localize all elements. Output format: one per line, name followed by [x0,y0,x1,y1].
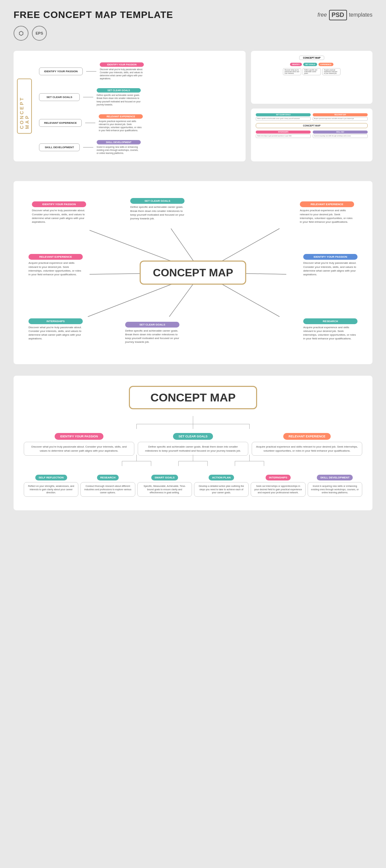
side-top-row2: Discover what you're passionate about an… [283,68,341,75]
s1-label-1: IDENTIFY YOUR PASSION [39,67,83,75]
sb-d1: Define specific and achievable career go… [256,117,311,121]
s1-right-3: RELEVANT EXPERIENCE Acquire practical ex… [99,114,143,132]
st-node3: EXPERIENCE [319,63,333,66]
badges-row: ⬡ EPS [0,26,386,47]
s3-l1-node3: RELEVANT EXPERIENCE Acquire practical ex… [252,433,362,455]
side-top-row1: IDENTIFY SET GOALS EXPERIENCE [290,63,333,66]
side-top-title: CONCEPT MAP [299,56,324,60]
s3-l2-node6: SKILL DEVELOPMENT Invest in acquiring ne… [308,475,362,497]
s2-center-label: CONCEPT MAP [140,261,246,285]
s3-l2-pill1: SELF REFLECTION [35,475,67,480]
s1-right-4: SKILL DEVELOPMENT Invest in acquiring ne… [97,140,141,155]
sb-d3: Seek internships to gain practical exper… [256,134,311,138]
connector-1 [86,71,96,72]
sb-col3: INTERNSHIPS Seek internships to gain pra… [256,131,311,138]
st-node1: IDENTIFY [290,63,302,66]
sb-n1: SET CLEAR GOALS [256,113,311,116]
brand-templates-text: templates [349,12,372,18]
s3-l2-pill5: INTERNSHIPS [266,475,291,480]
s1-diagram: IDENTIFY YOUR PASSION IDENTIFY YOUR PASS… [39,59,239,155]
s3-tree-container: IDENTIFY YOUR PASSION Discover what you'… [24,416,362,497]
s3-l1-pill2: SET CLEAR GOALS [173,433,213,440]
s1-desc-4: Invest in acquiring new skills or enhanc… [97,145,141,155]
s2-node-br: RESEARCH Acquire practical experience an… [303,318,358,341]
side-card-top: CONCEPT MAP IDENTIFY SET GOALS EXPERIENC… [251,51,372,104]
s1-label-4: SKILL DEVELOPMENT [39,143,80,151]
s3-line-spacer [24,456,362,475]
s1-label-3: RELEVANT EXPERIENCE [39,119,82,127]
s3-l2-desc3: Specific, Measurable, Achievable, Time-b… [137,482,192,497]
sb-n4: SKILL DEV [313,131,368,134]
s3-l2-node1: SELF REFLECTION Reflect on your strength… [24,475,78,497]
s3-l2-desc6: Invest in acquiring new skills or enhanc… [308,482,362,497]
connector-2 [83,97,93,97]
side-card-bottom: SET CLEAR GOALS Define specific and achi… [251,108,372,161]
layers-icon: ⬡ [19,30,23,37]
s1-desc-3: Acquire practical experience and skills … [99,120,143,132]
s1-node-row-3: RELEVANT EXPERIENCE RELEVANT EXPERIENCE … [39,114,239,132]
page-title: FREE CONCEPT MAP TEMPLATE [14,9,173,20]
s1-pill-3: RELEVANT EXPERIENCE [99,114,143,119]
s1-desc-2: Define specific and achievable career go… [97,94,141,106]
s2-node-tr: RELEVANT EXPERIENCE Acquire practical ex… [300,201,354,224]
s1-node-row-2: SET CLEAR GOALS SET CLEAR GOALS Define s… [39,88,239,106]
s3-l1-node1: IDENTIFY YOUR PASSION Discover what you'… [24,433,134,455]
vertical-concept-map-label: CONCEPT MAP [17,79,32,134]
s2-pill-tc: SET CLEAR GOALS [130,198,185,204]
s2-desc-ml: Acquire practical experience and skills … [28,261,83,276]
s2-desc-bl: Discover what you're truly passionate ab… [28,326,83,341]
s3-l2-desc2: Conduct thorough research about differen… [80,482,135,497]
s3-l2-pill2: RESEARCH [97,475,119,480]
st-desc1: Discover what you're passionate about an… [283,68,301,75]
s2-pill-tl: IDENTIFY YOUR PASSION [32,201,86,207]
s3-level1-row: IDENTIFY YOUR PASSION Discover what you'… [24,416,362,455]
s1-pill-4: SKILL DEVELOPMENT [97,140,141,144]
eps-badge: EPS [32,26,47,41]
s1-desc-1: Discover what you're truly passionate ab… [100,68,144,80]
sb-d2: Acquire practical experience and skills … [313,117,368,121]
s3-level2-row: SELF REFLECTION Reflect on your strength… [24,475,362,497]
s1-pill-1: IDENTIFY YOUR PASSION [100,62,144,67]
section3-card: CONCEPT MAP [14,376,372,510]
section1: CONCEPT MAP IDENTIFY YOUR PASSION IDENTI… [0,47,386,178]
sb-col4: SKILL DEV Invest in acquiring new skills… [313,131,368,138]
s2-node-tl: IDENTIFY YOUR PASSION Discover what you'… [32,201,86,224]
sb-n2: RELEVANT EXP [313,113,368,116]
s3-title: CONCEPT MAP [129,386,257,409]
s3-l2-desc4: Develop a detailed action plan outlining… [194,482,249,497]
st-desc2: Define specific and achievable career go… [303,68,321,75]
side-cards: CONCEPT MAP IDENTIFY SET GOALS EXPERIENC… [251,51,372,161]
s3-l2-desc5: Seek out internships or apprenticeships … [251,482,305,497]
s2-diagram-container: CONCEPT MAP IDENTIFY YOUR PASSION Discov… [22,191,364,354]
s2-pill-ml: RELEVANT EXPERIENCE [28,254,83,260]
s3-l2-node4: ACTION PLAN Develop a detailed action pl… [194,475,249,497]
s1-right-2: SET CLEAR GOALS Define specific and achi… [97,88,141,106]
s3-title-wrapper: CONCEPT MAP [24,386,362,409]
s2-node-mr: IDENTIFY YOUR PASSION Discover what you'… [303,254,358,276]
s2-desc-br: Acquire practical experience and skills … [303,326,358,341]
s2-node-bc: SET CLEAR GOALS Define specific and achi… [125,322,179,344]
s3-l2-node2: RESEARCH Conduct thorough research about… [80,475,135,497]
s3-l2-desc1: Reflect on your strengths, weaknesses, a… [24,482,78,497]
header: FREE CONCEPT MAP TEMPLATE free PSD templ… [0,0,386,26]
layers-badge: ⬡ [14,26,28,41]
sb-col2: RELEVANT EXP Acquire practical experienc… [313,113,368,121]
sb-center-label: CONCEPT MAP [256,123,368,128]
s2-node-tc: SET CLEAR GOALS Define specific and achi… [130,198,185,220]
sb-row1: SET CLEAR GOALS Define specific and achi… [256,113,368,121]
s1-right-1: IDENTIFY YOUR PASSION Discover what you'… [100,62,144,80]
s3-l2-pill4: ACTION PLAN [209,475,234,480]
section2-card: CONCEPT MAP IDENTIFY YOUR PASSION Discov… [14,181,372,364]
s3-l2-pill3: SMART GOALS [151,475,178,480]
top-row: CONCEPT MAP IDENTIFY YOUR PASSION IDENTI… [14,51,372,161]
s2-desc-tr: Acquire practical experience and skills … [300,209,354,224]
st-desc3: Acquire practical experience relevant to… [322,68,341,75]
sb-row2: INTERNSHIPS Seek internships to gain pra… [256,131,368,138]
s2-pill-br: RESEARCH [303,318,358,324]
s3-l1-pill1: IDENTIFY YOUR PASSION [55,433,103,440]
s3-l2-node5: INTERNSHIPS Seek out internships or appr… [251,475,305,497]
s1-node-row-4: SKILL DEVELOPMENT SKILL DEVELOPMENT Inve… [39,140,239,155]
s3-l1-desc3: Acquire practical experience and skills … [252,442,362,455]
s2-pill-bc: SET CLEAR GOALS [125,322,179,328]
s3-l2-pill6: SKILL DEVELOPMENT [317,475,353,480]
